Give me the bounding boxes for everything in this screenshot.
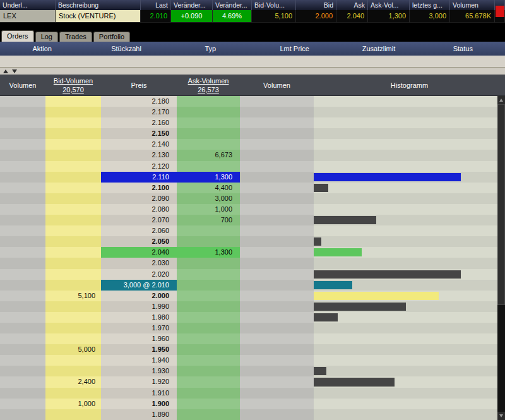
bid-volume-cell[interactable]: 1,000 bbox=[45, 399, 101, 409]
price-cell[interactable]: 2.180 bbox=[101, 96, 177, 107]
price-cell[interactable]: 1.980 bbox=[101, 312, 177, 323]
tab-log[interactable]: Log bbox=[35, 32, 58, 42]
ask-volume-cell[interactable]: 1,300 bbox=[177, 247, 240, 258]
ask-volume-cell[interactable] bbox=[177, 376, 240, 387]
orders-col-action[interactable]: Aktion bbox=[0, 42, 84, 56]
ask-volume-cell[interactable] bbox=[177, 236, 240, 247]
bid-volume-cell[interactable] bbox=[45, 409, 101, 420]
ticker-ask[interactable]: 2.040 bbox=[336, 10, 368, 23]
tab-orders[interactable]: Orders bbox=[1, 30, 34, 42]
ask-volume-cell[interactable]: 4,400 bbox=[177, 183, 240, 193]
ask-volume-cell[interactable] bbox=[177, 333, 240, 344]
bid-volume-cell[interactable] bbox=[45, 323, 101, 333]
bid-volume-cell[interactable]: 5,000 bbox=[45, 344, 101, 355]
orders-col-type[interactable]: Typ bbox=[169, 42, 252, 56]
ask-volume-cell[interactable] bbox=[177, 269, 240, 280]
ask-volume-cell[interactable] bbox=[177, 107, 240, 117]
bid-volume-cell[interactable] bbox=[45, 172, 101, 183]
ticker-bid-volume[interactable]: 5,100 bbox=[252, 10, 296, 23]
price-cell[interactable]: 1.910 bbox=[101, 388, 177, 399]
ask-volume-cell[interactable] bbox=[177, 96, 240, 107]
bid-volume-cell[interactable] bbox=[45, 107, 101, 117]
bid-volume-cell[interactable] bbox=[45, 225, 101, 236]
price-cell[interactable]: 2.160 bbox=[101, 117, 177, 128]
ask-volume-cell[interactable] bbox=[177, 366, 240, 376]
bid-volume-cell[interactable] bbox=[45, 312, 101, 323]
ask-volume-cell[interactable]: 700 bbox=[177, 215, 240, 225]
ask-volume-cell[interactable] bbox=[177, 280, 240, 291]
price-cell[interactable]: 2.000 bbox=[101, 291, 177, 301]
price-cell[interactable]: 2.090 bbox=[101, 193, 177, 204]
bid-volume-cell[interactable] bbox=[45, 258, 101, 268]
price-cell[interactable]: 2.030 bbox=[101, 258, 177, 268]
ask-volume-cell[interactable] bbox=[177, 323, 240, 333]
orders-col-status[interactable]: Status bbox=[421, 42, 505, 56]
ask-volume-cell[interactable] bbox=[177, 225, 240, 236]
price-cell[interactable]: 2.170 bbox=[101, 107, 177, 117]
price-cell[interactable]: 1.990 bbox=[101, 301, 177, 312]
price-cell[interactable]: 1.960 bbox=[101, 333, 177, 344]
price-cell[interactable]: 2.150 bbox=[101, 128, 177, 139]
price-cell[interactable]: 1.950 bbox=[101, 344, 177, 355]
ticker-last-size[interactable]: 3,000 bbox=[410, 10, 450, 23]
price-cell[interactable]: 1.900 bbox=[101, 399, 177, 409]
price-cell[interactable]: 2.050 bbox=[101, 236, 177, 247]
orders-col-quantity[interactable]: Stückzahl bbox=[84, 42, 168, 56]
bid-volume-cell[interactable] bbox=[45, 117, 101, 128]
vertical-scrollbar[interactable] bbox=[497, 96, 505, 420]
bid-volume-cell[interactable] bbox=[45, 128, 101, 139]
ticker-col-last-size[interactable]: letztes g... bbox=[410, 0, 450, 10]
ask-volume-cell[interactable] bbox=[177, 355, 240, 366]
bid-volume-cell[interactable] bbox=[45, 236, 101, 247]
ticker-col-ask-volume[interactable]: Ask-Vol... bbox=[368, 0, 410, 10]
ask-volume-cell[interactable] bbox=[177, 388, 240, 399]
price-cell[interactable]: 1.920 bbox=[101, 376, 177, 387]
ask-volume-cell[interactable] bbox=[177, 258, 240, 268]
price-cell[interactable]: 2.060 bbox=[101, 225, 177, 236]
red-square-indicator[interactable] bbox=[496, 6, 504, 17]
bid-volume-cell[interactable] bbox=[45, 215, 101, 225]
ticker-col-bid-volume[interactable]: Bid-Volu... bbox=[252, 0, 296, 10]
price-cell[interactable]: 2.120 bbox=[101, 161, 177, 172]
ticker-ask-volume[interactable]: 1,300 bbox=[368, 10, 410, 23]
bid-volume-cell[interactable] bbox=[45, 247, 101, 258]
ask-volume-cell[interactable] bbox=[177, 128, 240, 139]
price-cell[interactable]: 2.140 bbox=[101, 139, 177, 150]
ask-volume-cell[interactable] bbox=[177, 409, 240, 420]
bid-volume-cell[interactable] bbox=[45, 96, 101, 107]
price-cell[interactable]: 1.890 bbox=[101, 409, 177, 420]
price-cell[interactable]: 2.040 bbox=[101, 247, 177, 258]
bid-volume-cell[interactable] bbox=[45, 139, 101, 150]
price-cell[interactable]: 1.930 bbox=[101, 366, 177, 376]
bid-volume-cell[interactable] bbox=[45, 161, 101, 172]
price-cell[interactable]: 2.070 bbox=[101, 215, 177, 225]
ask-volume-cell[interactable]: 3,000 bbox=[177, 193, 240, 204]
bid-volume-cell[interactable] bbox=[45, 366, 101, 376]
ask-volume-cell[interactable] bbox=[177, 117, 240, 128]
bid-volume-total[interactable]: 20,570 bbox=[62, 85, 84, 94]
ask-volume-cell[interactable] bbox=[177, 399, 240, 409]
collapse-up-arrow-icon[interactable] bbox=[3, 69, 8, 73]
bid-volume-label[interactable]: Bid-Volumen bbox=[54, 76, 93, 85]
bid-volume-cell[interactable]: 2,400 bbox=[45, 376, 101, 387]
bid-volume-cell[interactable] bbox=[45, 150, 101, 160]
bid-volume-cell[interactable] bbox=[45, 269, 101, 280]
price-cell[interactable]: 1.970 bbox=[101, 323, 177, 333]
ask-volume-cell[interactable] bbox=[177, 161, 240, 172]
ticker-last[interactable]: 2.010 bbox=[141, 10, 171, 23]
bid-volume-cell[interactable] bbox=[45, 193, 101, 204]
ticker-col-underlying[interactable]: Underl... bbox=[0, 0, 56, 10]
ticker-change-pct[interactable]: 4.69% bbox=[213, 10, 252, 23]
ticker-col-description[interactable]: Beschreibung bbox=[56, 0, 141, 10]
ask-volume-cell[interactable] bbox=[177, 139, 240, 150]
ask-volume-cell[interactable]: 1,300 bbox=[177, 172, 240, 183]
orders-col-lmt-price[interactable]: Lmt Price bbox=[252, 42, 336, 56]
ask-volume-cell[interactable]: 6,673 bbox=[177, 150, 240, 160]
ticker-volume[interactable]: 65.678K bbox=[450, 10, 495, 23]
bid-volume-cell[interactable] bbox=[45, 183, 101, 193]
bid-volume-cell[interactable] bbox=[45, 301, 101, 312]
price-cell[interactable]: 2.100 bbox=[101, 183, 177, 193]
bid-volume-cell[interactable] bbox=[45, 204, 101, 215]
ask-volume-cell[interactable]: 1,000 bbox=[177, 204, 240, 215]
bid-volume-cell[interactable] bbox=[45, 333, 101, 344]
